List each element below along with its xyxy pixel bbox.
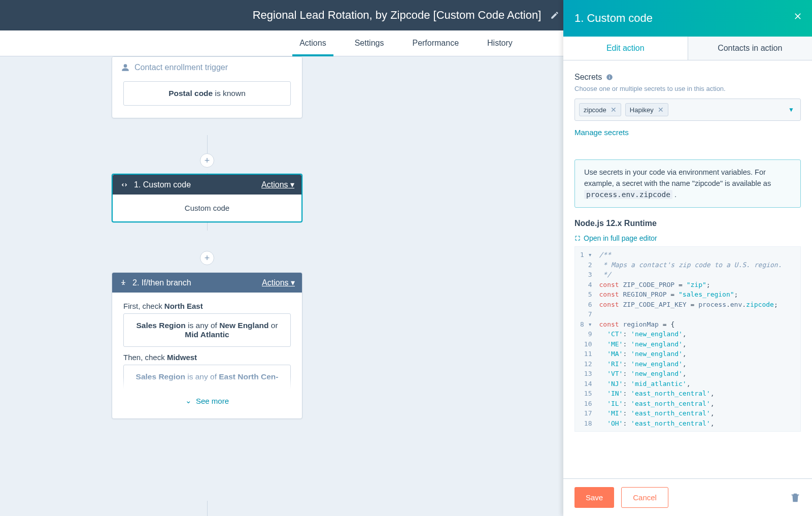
add-step-button[interactable]: + — [200, 153, 214, 168]
remove-tag-icon[interactable]: ✕ — [658, 106, 664, 114]
close-icon[interactable] — [793, 11, 803, 21]
workflow-canvas[interactable]: Contact enrollment trigger Postal code i… — [0, 56, 563, 516]
branch-card[interactable]: 2. If/then branch Actions ▾ First, check… — [112, 272, 302, 419]
remove-tag-icon[interactable]: ✕ — [611, 106, 617, 114]
branch-check-2: Then, check Midwest — [123, 353, 291, 362]
trash-icon[interactable] — [790, 492, 801, 503]
secret-tag-zipcode: zipcode✕ — [579, 103, 621, 116]
tab-actions[interactable]: Actions — [285, 30, 340, 56]
runtime-label: Node.js 12.x Runtime — [574, 219, 801, 228]
cancel-button[interactable]: Cancel — [621, 487, 668, 508]
tab-history[interactable]: History — [473, 30, 527, 56]
secrets-select[interactable]: zipcode✕ Hapikey✕ ▼ — [574, 99, 801, 121]
secret-tag-hapikey: Hapikey✕ — [625, 103, 668, 116]
see-more-link[interactable]: ⌄See more — [123, 392, 291, 409]
save-button[interactable]: Save — [574, 487, 614, 508]
branch-title: 2. If/then branch — [132, 278, 262, 287]
branch-condition-2: Sales Region is any of East North Cen- — [123, 365, 291, 389]
branch-condition-1: Sales Region is any of New England or Mi… — [123, 313, 291, 347]
edit-icon[interactable] — [550, 11, 559, 20]
side-panel: 1. Custom code Edit action Contacts in a… — [563, 0, 812, 516]
panel-tab-contacts[interactable]: Contacts in action — [688, 37, 813, 60]
tab-settings[interactable]: Settings — [341, 30, 398, 56]
panel-tabs: Edit action Contacts in action — [563, 37, 812, 60]
secrets-hint: Use secrets in your code via environment… — [574, 159, 801, 208]
trigger-condition: Postal code is known — [123, 81, 291, 106]
trigger-card[interactable]: Contact enrollment trigger Postal code i… — [112, 56, 302, 118]
chevron-down-icon: ⌄ — [185, 396, 192, 405]
page-title: Regional Lead Rotation, by Zipcode [Cust… — [253, 9, 542, 22]
secrets-sublabel: Choose one or multiple secrets to use in… — [574, 85, 801, 92]
trigger-title: Contact enrollment trigger — [134, 63, 293, 72]
chevron-down-icon[interactable]: ▼ — [788, 106, 794, 113]
open-full-editor-link[interactable]: Open in full page editor — [574, 234, 801, 242]
panel-body: Secrets Choose one or multiple secrets t… — [563, 60, 812, 478]
secrets-label: Secrets — [574, 73, 801, 82]
info-icon[interactable] — [606, 74, 613, 81]
expand-icon — [574, 235, 581, 241]
chevron-down-icon: ▾ — [291, 278, 295, 287]
chevron-down-icon: ▾ — [290, 180, 294, 189]
manage-secrets-link[interactable]: Manage secrets — [574, 128, 629, 137]
code-icon — [120, 180, 129, 189]
add-step-button[interactable]: + — [200, 251, 214, 265]
code-editor[interactable]: 1 ▾2 3 4 5 6 7 8 ▾9 10 11 12 13 14 15 16… — [574, 246, 801, 432]
branch-icon — [119, 279, 127, 287]
custom-code-title: 1. Custom code — [134, 180, 261, 189]
panel-tab-edit[interactable]: Edit action — [563, 37, 688, 60]
panel-header: 1. Custom code — [563, 0, 812, 37]
panel-title: 1. Custom code — [574, 12, 653, 25]
custom-code-card[interactable]: 1. Custom code Actions ▾ Custom code — [112, 174, 302, 222]
panel-footer: Save Cancel — [563, 478, 812, 516]
tab-performance[interactable]: Performance — [398, 30, 473, 56]
branch-check-1: First, check North East — [123, 302, 291, 310]
custom-code-body: Custom code — [113, 195, 301, 221]
card-actions-menu[interactable]: Actions ▾ — [261, 180, 294, 189]
card-actions-menu[interactable]: Actions ▾ — [262, 278, 295, 287]
